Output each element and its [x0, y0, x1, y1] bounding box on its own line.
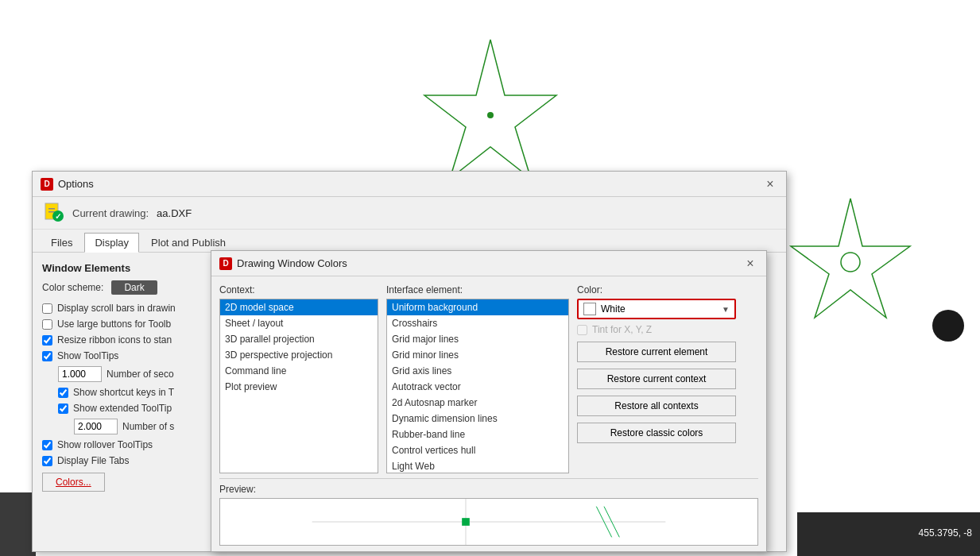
- option-extended-tooltips: Show extended ToolTip: [58, 403, 233, 414]
- svg-text:✓: ✓: [55, 212, 61, 221]
- context-item-sheet-layout[interactable]: Sheet / layout: [220, 315, 378, 331]
- restore-classic-colors-button[interactable]: Restore classic colors: [577, 423, 736, 443]
- color-scheme-row: Color scheme: Dark: [42, 280, 233, 295]
- interface-item-control-vertices[interactable]: Control vertices hull: [387, 442, 568, 458]
- dropdown-arrow-icon: ▼: [722, 305, 730, 314]
- checkbox-display-file-tabs[interactable]: [42, 456, 52, 466]
- interface-item-light-web[interactable]: Light Web: [387, 458, 568, 473]
- preview-section: Preview:: [219, 478, 758, 546]
- interface-item-autotrack[interactable]: Autotrack vector: [387, 379, 568, 395]
- color-name-value: White: [601, 303, 722, 315]
- label-seconds-1: Number of seco: [107, 369, 174, 380]
- label-display-file-tabs: Display File Tabs: [57, 455, 129, 466]
- current-drawing-label: Current drawing:: [72, 207, 149, 219]
- label-rollover-tooltips: Show rollover ToolTips: [57, 439, 153, 450]
- dwc-content: Context: 2D model space Sheet / layout 3…: [211, 276, 766, 551]
- option-display-file-tabs: Display File Tabs: [42, 455, 233, 466]
- window-elements-title: Window Elements: [42, 262, 233, 274]
- context-listbox[interactable]: 2D model space Sheet / layout 3D paralle…: [219, 299, 378, 473]
- checkbox-rollover-tooltips[interactable]: [42, 440, 52, 450]
- options-dialog-icon: D: [41, 178, 53, 191]
- tint-label: Tint for X, Y, Z: [592, 324, 652, 335]
- checkbox-large-buttons[interactable]: [42, 319, 52, 330]
- option-rollover-tooltips: Show rollover ToolTips: [42, 439, 233, 450]
- interface-column: Interface element: Uniform background Cr…: [386, 284, 569, 473]
- label-shortcut-keys: Show shortcut keys in T: [73, 387, 174, 398]
- svg-rect-12: [462, 518, 470, 526]
- label-scroll-bars: Display scroll bars in drawin: [57, 303, 176, 314]
- options-close-button[interactable]: ×: [762, 176, 778, 192]
- number-seconds-input-1[interactable]: [58, 366, 102, 382]
- context-column: Context: 2D model space Sheet / layout 3…: [219, 284, 378, 473]
- color-scheme-label: Color scheme:: [42, 282, 103, 293]
- option-resize-ribbon: Resize ribbon icons to stan: [42, 334, 233, 346]
- restore-current-element-button[interactable]: Restore current element: [577, 342, 736, 362]
- dwc-title-left: D Drawing Window Colors: [219, 257, 347, 270]
- document-icon: ✓: [42, 202, 64, 224]
- label-large-buttons: Use large buttons for Toolb: [57, 319, 171, 330]
- options-left-panel: Window Elements Color scheme: Dark Displ…: [42, 262, 233, 535]
- option-show-tooltips: Show ToolTips: [42, 350, 233, 361]
- svg-rect-6: [48, 211, 55, 213]
- coordinates-display: 455.3795, -8: [919, 527, 972, 539]
- context-header: Context:: [219, 284, 378, 295]
- color-column: Color: White ▼ Tint for X, Y, Z Restore …: [577, 284, 736, 473]
- context-item-2d-model-space[interactable]: 2D model space: [220, 299, 378, 315]
- checkbox-resize-ribbon[interactable]: [42, 335, 52, 346]
- tint-checkbox[interactable]: [577, 325, 587, 335]
- label-show-tooltips: Show ToolTips: [57, 350, 118, 361]
- number-of-seconds-row-2: Number of s: [74, 419, 233, 434]
- interface-item-autosnap[interactable]: 2d Autosnap marker: [387, 395, 568, 411]
- context-item-plot-preview[interactable]: Plot preview: [220, 379, 378, 395]
- dwc-dialog-title: Drawing Window Colors: [237, 257, 347, 269]
- tab-display[interactable]: Display: [84, 233, 139, 253]
- color-swatch: [583, 303, 596, 315]
- restore-current-context-button[interactable]: Restore current context: [577, 369, 736, 389]
- interface-item-dynamic-dim[interactable]: Dynamic dimension lines: [387, 411, 568, 427]
- label-extended-tooltips: Show extended ToolTip: [73, 403, 172, 414]
- options-title-left: D Options: [41, 178, 94, 191]
- option-shortcut-keys: Show shortcut keys in T: [58, 387, 233, 398]
- color-scheme-value: Dark: [111, 280, 157, 295]
- preview-svg: [220, 499, 757, 545]
- bottom-status-bar: 455.3795, -8: [797, 512, 980, 556]
- colors-button[interactable]: Colors...: [42, 473, 105, 492]
- svg-marker-2: [791, 199, 910, 318]
- tint-row: Tint for X, Y, Z: [577, 324, 736, 335]
- color-dropdown[interactable]: White ▼: [577, 299, 736, 319]
- context-item-command-line[interactable]: Command line: [220, 363, 378, 379]
- context-item-3d-perspective[interactable]: 3D perspective projection: [220, 347, 378, 363]
- checkbox-shortcut-keys[interactable]: [58, 388, 68, 398]
- restore-all-contexts-button[interactable]: Restore all contexts: [577, 396, 736, 416]
- interface-item-rubber-band[interactable]: Rubber-band line: [387, 427, 568, 442]
- preview-label: Preview:: [219, 484, 758, 495]
- checkbox-show-tooltips[interactable]: [42, 351, 52, 361]
- tab-plot-and-publish[interactable]: Plot and Publish: [141, 233, 236, 252]
- checkbox-extended-tooltips[interactable]: [58, 403, 68, 414]
- interface-item-crosshairs[interactable]: Crosshairs: [387, 315, 568, 331]
- context-item-3d-parallel[interactable]: 3D parallel projection: [220, 331, 378, 347]
- checkbox-scroll-bars[interactable]: [42, 303, 52, 314]
- svg-marker-0: [424, 40, 556, 179]
- label-seconds-2: Number of s: [122, 421, 174, 432]
- current-drawing-value: aa.DXF: [157, 207, 192, 219]
- options-info-row: ✓ Current drawing: aa.DXF: [33, 197, 786, 230]
- number-seconds-input-2[interactable]: [74, 419, 118, 434]
- interface-listbox[interactable]: Uniform background Crosshairs Grid major…: [386, 299, 569, 473]
- dwc-dialog-icon: D: [219, 257, 232, 270]
- tab-files[interactable]: Files: [41, 233, 83, 252]
- number-of-seconds-row-1: Number of seco: [58, 366, 233, 382]
- color-header: Color:: [577, 284, 736, 295]
- label-resize-ribbon: Resize ribbon icons to stan: [57, 334, 172, 346]
- interface-item-grid-minor[interactable]: Grid minor lines: [387, 347, 568, 363]
- svg-rect-5: [48, 208, 55, 210]
- dark-circle-decoration: [932, 310, 964, 342]
- interface-item-grid-major[interactable]: Grid major lines: [387, 331, 568, 347]
- interface-item-grid-axis[interactable]: Grid axis lines: [387, 363, 568, 379]
- interface-header: Interface element:: [386, 284, 569, 295]
- dwc-close-button[interactable]: ×: [742, 256, 758, 272]
- svg-point-1: [487, 112, 494, 118]
- options-dialog-title: Options: [58, 178, 94, 190]
- drawing-window-colors-dialog: D Drawing Window Colors × Context: 2D mo…: [211, 250, 767, 552]
- interface-item-uniform-bg[interactable]: Uniform background: [387, 299, 568, 315]
